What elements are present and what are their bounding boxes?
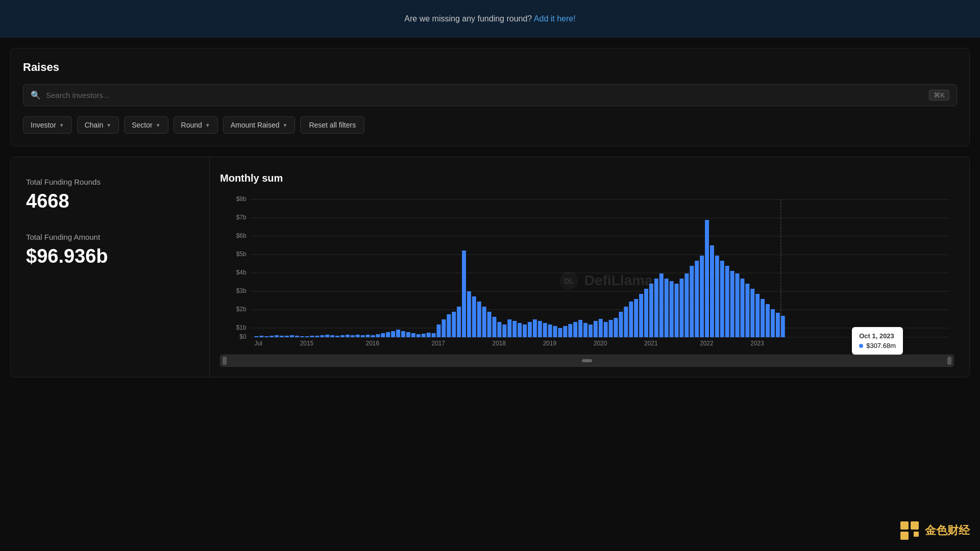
- total-rounds-block: Total Funding Rounds 4668: [26, 178, 194, 212]
- svg-rect-69: [502, 324, 506, 337]
- filter-sector[interactable]: Sector ▼: [124, 116, 168, 134]
- top-banner: Are we missing any funding round? Add it…: [0, 0, 980, 38]
- svg-rect-109: [705, 220, 709, 337]
- svg-text:$3b: $3b: [236, 287, 247, 294]
- svg-rect-53: [422, 334, 426, 337]
- svg-rect-20: [254, 336, 258, 337]
- svg-rect-94: [629, 302, 633, 337]
- svg-rect-58: [447, 314, 451, 337]
- svg-rect-120: [761, 299, 765, 337]
- svg-rect-57: [442, 319, 446, 337]
- svg-rect-92: [619, 312, 623, 337]
- svg-rect-22: [264, 336, 268, 337]
- svg-rect-30: [305, 336, 309, 337]
- chart-title: Monthly sum: [220, 172, 954, 184]
- svg-text:2015: 2015: [300, 340, 314, 347]
- svg-rect-72: [518, 323, 522, 337]
- svg-rect-108: [700, 256, 704, 337]
- svg-rect-87: [594, 321, 598, 337]
- svg-rect-44: [376, 334, 380, 337]
- svg-rect-100: [659, 273, 664, 337]
- raises-title: Raises: [23, 61, 957, 74]
- svg-rect-99: [654, 279, 658, 337]
- svg-rect-88: [599, 319, 603, 337]
- svg-text:2016: 2016: [366, 340, 380, 347]
- svg-rect-80: [558, 328, 562, 337]
- svg-rect-62: [467, 291, 471, 337]
- svg-rect-116: [740, 279, 744, 337]
- filter-amount-raised[interactable]: Amount Raised ▼: [223, 116, 296, 134]
- svg-rect-28: [295, 336, 299, 337]
- svg-rect-137: [911, 521, 919, 530]
- scroll-handle-left[interactable]: [223, 357, 227, 365]
- main-container: Raises 🔍 ⌘K Investor ▼ Chain ▼ Sector ▼ …: [0, 38, 980, 388]
- svg-text:$7b: $7b: [236, 214, 247, 221]
- reset-filters-button[interactable]: Reset all filters: [300, 116, 364, 134]
- banner-link[interactable]: Add it here!: [534, 14, 576, 23]
- svg-rect-82: [568, 324, 572, 337]
- svg-rect-84: [578, 320, 582, 337]
- raises-card: Raises 🔍 ⌘K Investor ▼ Chain ▼ Sector ▼ …: [10, 48, 970, 146]
- svg-rect-102: [670, 281, 674, 337]
- chart-scroll-bar[interactable]: [220, 355, 954, 367]
- svg-rect-52: [416, 334, 421, 337]
- svg-rect-67: [493, 317, 497, 337]
- chevron-down-icon: ▼: [106, 122, 111, 128]
- svg-rect-41: [361, 335, 365, 337]
- svg-rect-85: [583, 323, 587, 337]
- filter-investor[interactable]: Investor ▼: [23, 116, 72, 134]
- svg-rect-93: [624, 307, 628, 337]
- svg-rect-47: [391, 331, 395, 337]
- svg-rect-75: [533, 319, 537, 337]
- svg-rect-55: [432, 333, 436, 337]
- svg-text:2021: 2021: [644, 340, 658, 347]
- svg-text:2019: 2019: [543, 340, 557, 347]
- svg-rect-95: [634, 299, 638, 337]
- scroll-center-handle: [582, 359, 592, 362]
- svg-rect-54: [427, 333, 431, 337]
- chart-watermark: DL DefiLlama: [559, 270, 653, 291]
- svg-rect-98: [649, 284, 653, 337]
- svg-rect-45: [381, 333, 385, 337]
- filter-chain[interactable]: Chain ▼: [77, 116, 119, 134]
- chevron-down-icon: ▼: [205, 122, 210, 128]
- svg-text:$5b: $5b: [236, 251, 247, 258]
- svg-rect-50: [406, 332, 410, 337]
- logo-text: 金色财经: [925, 523, 970, 538]
- stats-panel: Total Funding Rounds 4668 Total Funding …: [11, 157, 210, 377]
- svg-text:$0: $0: [239, 333, 247, 340]
- svg-rect-83: [573, 322, 577, 337]
- svg-rect-40: [356, 335, 360, 337]
- svg-rect-113: [725, 266, 729, 337]
- svg-rect-124: [781, 316, 785, 337]
- svg-rect-29: [300, 336, 304, 337]
- svg-rect-33: [320, 335, 324, 337]
- search-input[interactable]: [46, 91, 929, 99]
- svg-text:$8b: $8b: [236, 195, 247, 203]
- svg-rect-110: [710, 245, 714, 337]
- svg-text:2017: 2017: [432, 340, 446, 347]
- svg-rect-23: [270, 336, 274, 337]
- svg-text:$4b: $4b: [236, 269, 247, 276]
- svg-rect-114: [730, 271, 734, 337]
- svg-rect-65: [482, 307, 486, 337]
- svg-rect-106: [690, 266, 694, 337]
- svg-text:Jul: Jul: [254, 340, 262, 347]
- filter-round[interactable]: Round ▼: [174, 116, 218, 134]
- chart-panel: Monthly sum DL DefiLlama: [210, 157, 969, 377]
- scroll-handle-right[interactable]: [947, 357, 951, 365]
- svg-rect-36: [335, 336, 339, 337]
- svg-rect-119: [755, 294, 760, 337]
- svg-rect-38: [346, 335, 350, 337]
- svg-rect-74: [528, 322, 532, 337]
- svg-rect-86: [589, 324, 593, 337]
- svg-rect-39: [351, 335, 355, 337]
- svg-text:$2b: $2b: [236, 306, 247, 313]
- svg-rect-48: [396, 330, 400, 337]
- svg-rect-59: [452, 312, 456, 337]
- svg-rect-81: [563, 326, 567, 337]
- svg-rect-26: [285, 336, 289, 337]
- svg-rect-115: [736, 273, 740, 337]
- filter-row: Investor ▼ Chain ▼ Sector ▼ Round ▼ Amou…: [23, 116, 957, 134]
- svg-rect-24: [275, 335, 279, 337]
